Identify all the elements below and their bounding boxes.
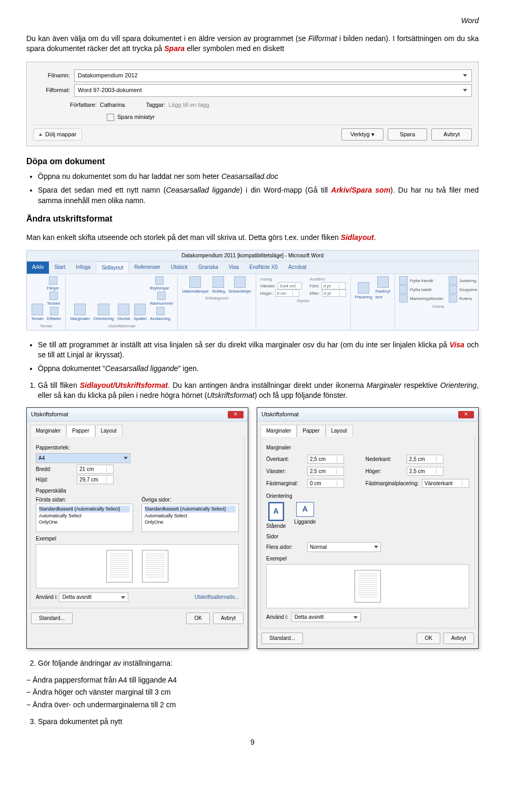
btn-orientering[interactable]: Orientering [93,304,114,322]
tab-acrobat[interactable]: Acrobat [283,262,311,274]
ok-button[interactable]: OK [417,633,440,644]
fastmarginal-input[interactable]: 0 cm [307,479,344,488]
verktyg-button[interactable]: Verktyg ▾ [341,128,383,141]
tab-papper[interactable]: Papper [297,425,325,437]
t: Flera sidor: [266,544,304,551]
btn-markering[interactable]: Markeringsfönster [399,294,443,303]
spara-button[interactable]: Spara [388,128,427,141]
tab-sidlayout[interactable]: Sidlayout [96,262,129,274]
flera-sidor-select[interactable]: Normal [307,542,381,552]
avstand-fore-input[interactable]: 0 pt [321,282,346,289]
tab-utskick[interactable]: Utskick [166,262,193,274]
close-icon[interactable]: ✕ [458,411,474,418]
utskriftsalternativ-link[interactable]: Utskriftsalternativ... [195,594,239,601]
btn-brytningar[interactable]: Brytningar [150,276,169,291]
vanster-input[interactable]: 2,5 cm [307,467,344,476]
spara-miniatyr-checkbox[interactable] [107,114,114,121]
forsta-sidan-listbox[interactable]: Standardkassett (Automatically Select) A… [36,504,133,532]
tab-start[interactable]: Start [49,262,70,274]
btn-sidfarg[interactable]: Sidfärg [212,276,225,294]
tab-layout[interactable]: Layout [95,425,123,437]
tab-marginaler[interactable]: Marginaler [30,425,66,437]
tab-layout[interactable]: Layout [326,425,353,437]
spara-miniatyr-label: Spara miniatyr [117,113,155,121]
ovriga-sidor-listbox[interactable]: Standardkassett (Automatically Select) A… [142,504,239,532]
tab-papper[interactable]: Papper [66,425,95,437]
list-item[interactable]: OnlyOne [145,519,236,526]
btn-sidkantlinjer[interactable]: Sidkantlinjer [228,276,251,294]
dropdown-icon[interactable] [462,86,468,95]
filformat-select[interactable]: Word 97-2003-dokument [74,84,472,97]
forfattare-value: Catharina [100,101,125,109]
hoger-input[interactable]: 2,5 cm [407,467,443,476]
filnamn-input[interactable]: Datakompendium 2012 [74,69,472,82]
t: Höjd: [36,476,74,484]
v: Word 97-2003-dokument [78,86,142,94]
btn-effekter[interactable]: Effekter [47,307,61,322]
standard-button[interactable]: Standard... [261,633,303,644]
anvand-i-select[interactable]: Detta avsnitt [291,613,361,622]
btn-storlek[interactable]: Storlek [117,304,130,322]
tab-referenser[interactable]: Referenser [129,262,165,274]
pappersstorlek-select[interactable]: A4 [36,453,130,463]
taggar-value[interactable]: Lägg till en tagg [168,101,209,109]
btn-flytta-bakat[interactable]: Flytta bakåt [399,285,431,294]
t: Markeringsfönster [410,296,443,302]
avbryt-button[interactable]: Avbryt [443,633,474,644]
fastmarginalplacering-select[interactable]: Vänsterkant [422,479,469,488]
avbryt-button[interactable]: Avbryt [431,128,472,141]
tab-arkiv[interactable]: Arkiv [27,262,49,274]
btn-rotera[interactable]: Rotera [449,294,472,303]
btn-tecken[interactable]: Tecken [47,292,60,306]
btn-avstavning[interactable]: Avstavning [150,307,170,322]
hojd-input[interactable]: 29,7 cm [77,475,114,484]
orient-liggande[interactable]: ALiggande [294,502,316,530]
btn-placering[interactable]: Placering [355,282,372,300]
nederkant-input[interactable]: 2,5 cm [407,455,443,464]
avbryt-button[interactable]: Avbryt [213,613,244,624]
btn-vattenstampel[interactable]: Vattenstämpel [182,276,209,294]
btn-spalter[interactable]: Spalter [134,304,147,322]
group-label: Stycke [297,298,309,304]
bredd-input[interactable]: 21 cm [77,465,114,474]
dropdown-icon[interactable] [462,72,468,80]
indrag-vanster-input[interactable]: 0,64 cm [278,282,302,289]
tab-visa[interactable]: Visa [224,262,244,274]
standard-button[interactable]: Standard... [31,613,73,624]
btn-radnummer[interactable]: Radnummer [150,292,173,306]
ok-button[interactable]: OK [186,613,209,624]
btn-radbryt[interactable]: Radbryt text [376,276,390,300]
bullet: Spara det sedan med ett nytt namn (Ceasa… [38,185,479,206]
t: Vänster: [266,468,304,475]
tab-infoga[interactable]: Infoga [70,262,96,274]
btn-justering[interactable]: Justering [449,276,476,285]
t: Liggande [294,518,316,526]
list-item[interactable]: OnlyOne [39,519,130,526]
list-item[interactable]: Standardkassett (Automatically Select) [145,506,236,513]
dolj-mappar-button[interactable]: Dölj mappar [33,128,82,141]
t: ) i din Word-mapp (Gå till [240,186,331,194]
btn-gruppera[interactable]: Gruppera [449,285,477,294]
btn-marginaler[interactable]: Marginaler [70,304,90,322]
t: respektive [401,381,440,389]
orient-staende[interactable]: AStående [266,502,286,530]
btn-teman[interactable]: Teman [31,304,44,322]
list-item[interactable]: Standardkassett (Automatically Select) [39,506,130,513]
anvand-i-select[interactable]: Detta avsnitt [59,593,128,602]
t: Färger [47,285,59,291]
tab-granska[interactable]: Granska [193,262,224,274]
close-icon[interactable]: ✕ [228,411,244,418]
overkant-input[interactable]: 2,5 cm [307,455,344,464]
btn-farger[interactable]: Färger [47,276,59,291]
list-item[interactable]: Automatically Select [39,513,130,519]
t: Gå till fliken [38,381,80,389]
btn-flytta-framat[interactable]: Flytta framåt [399,276,433,285]
tab-endnote[interactable]: EndNote X5 [244,262,283,274]
list-item[interactable]: Automatically Select [145,513,236,519]
indrag-hoger-input[interactable]: 0 cm [275,289,299,297]
t: Flytta bakåt [410,287,431,293]
sidkantlinjer-icon [234,276,246,288]
tab-marginaler[interactable]: Marginaler [260,425,297,437]
avstand-efter-input[interactable]: 0 pt [322,289,346,297]
t: Sidlayout [341,233,374,242]
